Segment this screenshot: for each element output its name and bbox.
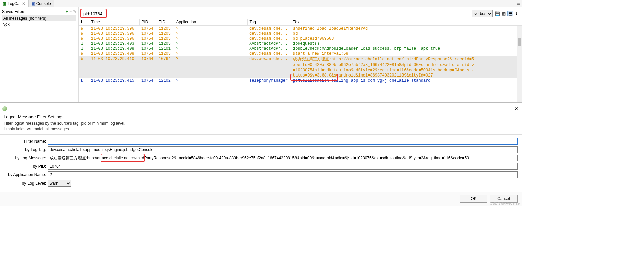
table-row[interactable]: I11-03 10:23:29.4031076411203?XAbstractA… [79,41,522,46]
table-row-continuation: =1023075&aid=sdk_toutiao&adStyle=2&req_t… [79,67,522,73]
dialog-desc-2: Empty fields will match all messages. [4,126,70,131]
tab-logcat[interactable]: ▣ LogCat ✕ [0,0,29,7]
view-window-controls: ─ ▭ [508,0,522,7]
table-header-row: L... Time PID TID Application Tag Text [79,19,522,26]
scroll-lock-icon[interactable]: ⬒ [507,11,513,16]
dialog-title: Logcat Message Filter Settings [4,114,518,119]
label-by-app: by Application Name: [4,172,48,177]
filter-text-input[interactable] [82,10,470,17]
col-level[interactable]: L... [79,19,89,26]
input-by-tag[interactable] [48,146,518,153]
label-by-pid: by PID: [4,164,48,169]
close-icon[interactable]: ✕ [22,1,25,6]
select-by-level[interactable]: warn [48,180,71,187]
input-filter-name[interactable] [48,138,518,145]
minimize-icon[interactable]: ─ [510,1,515,6]
table-row-continuation: tatus=0&v=3.68.0&s=android&imei=86987403… [79,73,522,78]
table-row[interactable]: W11-03 10:23:29.4081076411203?dev.xesam.… [79,51,522,56]
table-row[interactable]: D11-03 10:23:29.4151076412102?TelephonyM… [79,78,522,83]
clear-log-icon[interactable]: ▦ [501,11,506,16]
table-row[interactable]: W11-03 10:23:29.4101076410764?dev.xesam.… [79,56,522,62]
add-filter-icon[interactable]: + [66,9,68,14]
log-table: L... Time PID TID Application Tag Text W… [79,19,522,102]
table-row[interactable]: I11-03 10:23:29.4081076412101?XAbstractA… [79,46,522,51]
table-row[interactable]: W11-03 10:23:29.3961076411203?dev.xesam.… [79,26,522,31]
watermark: CSDN @iReverse [490,201,520,205]
log-scrollbar[interactable] [517,26,522,102]
ok-button[interactable]: OK [460,195,487,203]
export-icon[interactable]: ⭳ [514,11,519,16]
table-row[interactable]: W11-03 10:23:29.3961076411203?dev.xesam.… [79,36,522,41]
table-row[interactable]: W11-03 10:23:29.3961076411203?dev.xesam.… [79,31,522,36]
remove-filter-icon[interactable]: − [69,9,72,14]
logcat-icon: ▣ [3,1,6,6]
col-text[interactable]: Text [291,19,522,26]
dialog-close-icon[interactable]: ✕ [513,106,520,111]
edit-filter-icon[interactable]: ✎ [73,9,76,14]
filter-item-all[interactable]: All messages (no filters) [2,15,76,21]
scrollbar-thumb[interactable] [518,38,521,46]
filter-item-ygkj[interactable]: ygkj [2,21,76,28]
log-level-select[interactable]: verbose [472,10,493,17]
col-app[interactable]: Application [174,19,247,26]
log-toolbar: 💾 ▦ ⬒ ⭳ [495,11,519,16]
filter-settings-dialog: ✕ Logcat Message Filter Settings Filter … [0,105,522,206]
label-by-level: by Log Level: [4,181,48,186]
table-row-continuation: eee-fc00-420a-889b-b962e75bf2a8_16674422… [79,62,522,67]
col-tag[interactable]: Tag [247,19,291,26]
label-by-tag: by Log Tag: [4,147,48,152]
tab-console-label: Console [36,1,51,6]
save-log-icon[interactable]: 💾 [495,11,500,16]
tab-logcat-label: LogCat [8,1,21,6]
input-by-app[interactable] [48,171,518,178]
maximize-icon[interactable]: ▭ [516,1,521,6]
log-pane: verbose 💾 ▦ ⬒ ⭳ L... Time PID T [79,7,522,102]
col-tid[interactable]: TID [157,19,174,26]
input-by-msg[interactable] [48,155,518,161]
view-tab-bar: ▣ LogCat ✕ ▣ Console ─ ▭ [0,0,522,7]
col-time[interactable]: Time [89,19,139,26]
saved-filters-title: Saved Filters [2,9,25,14]
dialog-desc-1: Filter logcat messages by the source's t… [4,121,125,126]
tab-console[interactable]: ▣ Console [29,0,54,7]
input-by-pid[interactable] [48,163,518,170]
main-split: Saved Filters + − ✎ All messages (no fil… [0,7,522,103]
label-by-msg: by Log Message: [4,156,48,160]
col-pid[interactable]: PID [139,19,157,26]
console-icon: ▣ [31,1,35,6]
dialog-icon [2,106,7,111]
label-filter-name: Filter Name: [4,139,48,144]
saved-filters-panel: Saved Filters + − ✎ All messages (no fil… [0,7,79,102]
